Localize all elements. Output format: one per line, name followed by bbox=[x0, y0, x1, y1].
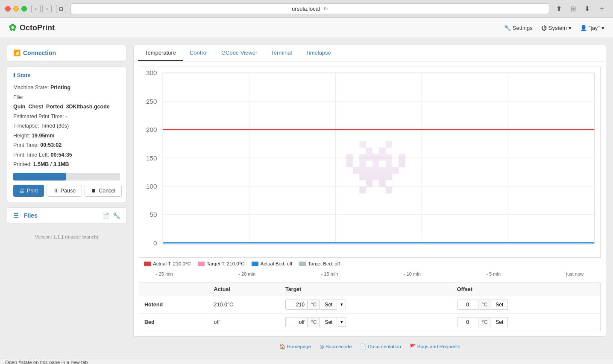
state-panel: ℹ State Machine State: Printing File: Qu… bbox=[7, 67, 126, 202]
legend-target-temp: Target T: 210.0°C bbox=[198, 261, 245, 266]
bugs-link[interactable]: 🚩 Bugs and Requests bbox=[410, 344, 460, 349]
upload-file-button[interactable]: 📄 bbox=[102, 212, 109, 219]
main-content: 📶 Connection ℹ State Machine State: Prin… bbox=[0, 38, 613, 358]
nav-buttons: ‹ › bbox=[31, 5, 52, 13]
octoprint-logo-icon: ✿ bbox=[9, 22, 16, 33]
bed-target-input[interactable] bbox=[285, 317, 308, 327]
tab-control[interactable]: Control bbox=[183, 45, 214, 61]
files-actions: 📄 🔧 bbox=[102, 212, 120, 219]
bed-offset: °C Set bbox=[452, 313, 601, 331]
printed-row: Printed: 1.5MB / 3.1MB bbox=[13, 160, 120, 169]
hotend-target-unit: °C bbox=[308, 300, 320, 310]
info-icon: ℹ bbox=[13, 72, 15, 79]
traffic-lights bbox=[5, 6, 27, 12]
file-row: File: Quin_Chest_Ported_3DKitbash.gcode bbox=[13, 93, 120, 112]
stop-icon: ⏹ bbox=[91, 188, 97, 194]
bed-set-button[interactable]: Set bbox=[320, 317, 337, 327]
hotend-offset-set-button[interactable]: Set bbox=[491, 300, 508, 310]
svg-text:200: 200 bbox=[146, 126, 157, 133]
power-icon: ⏻ bbox=[541, 25, 547, 31]
status-bar: Open #state on this page in a new tab bbox=[0, 358, 613, 364]
system-dropdown-icon: ▾ bbox=[569, 25, 572, 31]
bed-offset-input[interactable] bbox=[457, 317, 478, 327]
estimated-row: Estimated Print Time: - bbox=[13, 112, 120, 122]
app-header: ✿ OctoPrint 🔧 Settings ⏻ System ▾ 👤 "jay… bbox=[0, 18, 613, 38]
tabs-header: Temperature Control GCode Viewer Termina… bbox=[134, 45, 606, 61]
close-button[interactable] bbox=[5, 6, 11, 12]
address-bar[interactable]: ursula.local ↻ bbox=[70, 3, 549, 14]
app-logo: ✿ OctoPrint bbox=[9, 22, 55, 33]
tabs-container: Temperature Control GCode Viewer Termina… bbox=[133, 45, 606, 337]
temperature-chart: 300 250 200 150 100 50 0 👾 bbox=[139, 67, 601, 258]
header-nav: 🔧 Settings ⏻ System ▾ 👤 "jay" ▾ bbox=[504, 25, 604, 31]
bed-target: °C Set ▾ bbox=[280, 313, 452, 331]
hotend-target-input-group: °C Set ▾ bbox=[285, 300, 447, 310]
forward-button[interactable]: › bbox=[42, 5, 52, 13]
tab-temperature[interactable]: Temperature bbox=[138, 45, 183, 61]
minimize-button[interactable] bbox=[13, 6, 19, 12]
new-tab-icon[interactable]: ＋ bbox=[596, 3, 608, 14]
hotend-set-dropdown-button[interactable]: ▾ bbox=[338, 300, 346, 309]
window-mode-button[interactable]: ⊡ bbox=[56, 5, 66, 13]
app-container: ✿ OctoPrint 🔧 Settings ⏻ System ▾ 👤 "jay… bbox=[0, 18, 613, 358]
legend-target-temp-color bbox=[198, 262, 205, 266]
print-time-left-row: Print Time Left: 00:54:35 bbox=[13, 150, 120, 160]
machine-state-row: Machine State: Printing bbox=[13, 83, 120, 93]
hotend-actual: 210.0°C bbox=[209, 296, 280, 313]
state-header[interactable]: ℹ State bbox=[13, 72, 120, 79]
x-label-25: - 25 min bbox=[156, 271, 173, 277]
settings-button[interactable]: 🔧 Settings bbox=[504, 25, 533, 31]
documentation-link[interactable]: 📄 Documentation bbox=[360, 344, 401, 349]
hotend-label: Hotend bbox=[139, 296, 209, 313]
user-button[interactable]: 👤 "jay" ▾ bbox=[580, 25, 604, 31]
homepage-link[interactable]: 🏠 Homepage bbox=[279, 344, 311, 349]
tab-terminal[interactable]: Terminal bbox=[264, 45, 299, 61]
cancel-button[interactable]: ⏹ Cancel bbox=[85, 185, 122, 197]
status-text: Open #state on this page in a new tab bbox=[5, 360, 88, 364]
configure-files-button[interactable]: 🔧 bbox=[113, 212, 120, 219]
bed-offset-unit: °C bbox=[479, 317, 490, 327]
tab-gcode-viewer[interactable]: GCode Viewer bbox=[214, 45, 264, 61]
x-label-15: - 15 min bbox=[321, 271, 338, 277]
chart-legend: Actual T: 210.0°C Target T: 210.0°C Actu… bbox=[139, 258, 601, 270]
version-text: Version: 1.1.1 (master branch) bbox=[35, 234, 98, 239]
system-button[interactable]: ⏻ System ▾ bbox=[541, 25, 572, 31]
bed-offset-set-button[interactable]: Set bbox=[491, 317, 508, 327]
col-offset: Offset bbox=[452, 282, 601, 296]
hotend-set-button[interactable]: Set bbox=[320, 300, 337, 310]
bed-set-dropdown-button[interactable]: ▾ bbox=[338, 317, 346, 327]
bed-target-input-group: °C Set ▾ bbox=[285, 317, 447, 327]
print-time-row: Print Time: 00:53:02 bbox=[13, 140, 120, 150]
hotend-target-input[interactable] bbox=[285, 300, 308, 310]
svg-text:300: 300 bbox=[146, 69, 157, 76]
hotend-offset-input[interactable] bbox=[457, 300, 478, 310]
address-text: ursula.local bbox=[292, 6, 320, 12]
hotend-offset: °C Set bbox=[452, 296, 601, 313]
files-panel: ☰ Files 📄 🔧 bbox=[7, 207, 126, 224]
svg-text:50: 50 bbox=[150, 211, 157, 218]
right-panel: Temperature Control GCode Viewer Termina… bbox=[133, 45, 606, 351]
duplicate-icon[interactable]: ⊞ bbox=[568, 4, 578, 14]
share-icon[interactable]: ⬆ bbox=[554, 4, 564, 14]
connection-panel: 📶 Connection bbox=[7, 45, 126, 61]
chart-svg: 300 250 200 150 100 50 0 👾 bbox=[139, 67, 600, 256]
flag-icon: 🚩 bbox=[410, 344, 416, 349]
tab-timelapse[interactable]: Timelapse bbox=[299, 45, 337, 61]
legend-actual-bed-color bbox=[252, 262, 258, 266]
sidebar-footer: Version: 1.1.1 (master branch) bbox=[7, 229, 126, 245]
maximize-button[interactable] bbox=[21, 6, 27, 12]
progress-bar-container bbox=[13, 173, 120, 181]
print-icon: 🖨 bbox=[19, 188, 25, 194]
x-label-5: - 5 min bbox=[486, 271, 501, 277]
print-button[interactable]: 🖨 Print bbox=[13, 185, 44, 197]
back-button[interactable]: ‹ bbox=[31, 5, 41, 13]
legend-target-bed-color bbox=[299, 262, 306, 266]
download-icon[interactable]: ⬇ bbox=[582, 4, 592, 14]
source-icon: ◎ bbox=[320, 344, 324, 349]
pause-button[interactable]: ⏸ Pause bbox=[47, 185, 82, 197]
svg-text:0: 0 bbox=[153, 239, 157, 247]
browser-actions: ⬆ ⊞ ⬇ ＋ bbox=[554, 3, 608, 14]
legend-actual-temp-color bbox=[144, 262, 151, 266]
refresh-icon[interactable]: ↻ bbox=[323, 6, 328, 12]
sourcecode-link[interactable]: ◎ Sourcecode bbox=[320, 344, 352, 349]
